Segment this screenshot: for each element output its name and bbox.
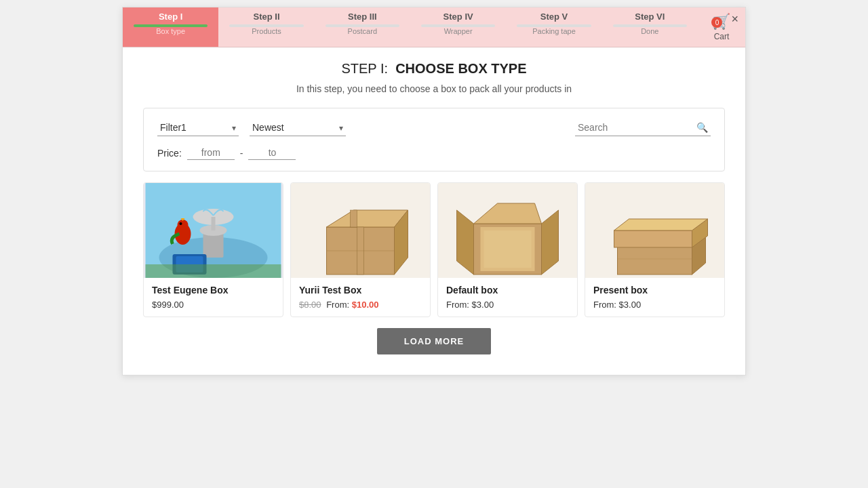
sort-select[interactable]: Newest Oldest Price: Low to High Price: … [250, 119, 346, 136]
svg-marker-14 [327, 210, 408, 227]
page-title: STEP I: CHOOSE BOX TYPE [143, 61, 725, 77]
sort-wrapper[interactable]: Newest Oldest Price: Low to High Price: … [250, 119, 346, 136]
svg-marker-21 [457, 210, 474, 274]
svg-marker-30 [614, 219, 708, 230]
product-name-3: Default box [446, 285, 569, 296]
modal: × Step I Box type Step II Products Step … [122, 7, 746, 375]
step-2-label: Step II [224, 12, 309, 22]
product-image-2 [291, 183, 430, 278]
product-name-4: Present box [593, 285, 716, 296]
product-image-1 [144, 183, 283, 278]
product-price-sale-2: $10.00 [352, 300, 379, 310]
product-price-4: From: $3.00 [593, 300, 716, 310]
step-1-sublabel: Box type [128, 27, 213, 35]
product-price-3: From: $3.00 [446, 300, 569, 310]
product-card-3[interactable]: Default box From: $3.00 [437, 182, 578, 317]
svg-point-7 [178, 220, 189, 230]
step-2[interactable]: Step II Products [218, 7, 314, 47]
step-5-sublabel: Packing tape [511, 27, 596, 35]
search-input[interactable] [578, 122, 696, 133]
content-area: STEP I: CHOOSE BOX TYPE In this step, yo… [123, 47, 745, 375]
filter-row: Filter1 Filter2 Filter3 Newest Oldest Pr… [157, 119, 711, 136]
product-price-original-2: $8.00 [299, 300, 321, 310]
load-more-button[interactable]: LOAD MORE [377, 328, 491, 354]
svg-rect-12 [146, 264, 281, 278]
price-to-input[interactable] [248, 146, 296, 160]
product-card-1[interactable]: Test Eugene Box $999.00 [143, 182, 283, 317]
svg-marker-23 [474, 203, 542, 224]
step-5[interactable]: Step V Packing tape [506, 7, 601, 47]
svg-rect-24 [484, 230, 532, 268]
svg-rect-5 [212, 217, 216, 230]
product-price-1: $999.00 [152, 300, 275, 310]
svg-rect-16 [351, 210, 357, 227]
product-name-1: Test Eugene Box [152, 285, 275, 296]
product-info-4: Present box From: $3.00 [585, 278, 724, 317]
step-6[interactable]: Step VI Done [602, 7, 698, 47]
price-label: Price: [157, 148, 182, 159]
step-4-sublabel: Wrapper [416, 27, 500, 35]
product-card-4[interactable]: Present box From: $3.00 [585, 182, 725, 317]
page-description: In this step, you need to choose a box t… [143, 83, 725, 94]
product-image-4 [585, 183, 724, 278]
product-info-1: Test Eugene Box $999.00 [144, 278, 283, 317]
product-price-value-4: $3.00 [619, 300, 642, 310]
step-6-sublabel: Done [608, 27, 692, 35]
step-3-sublabel: Postcard [320, 27, 405, 35]
page-title-text: CHOOSE BOX TYPE [395, 61, 526, 76]
product-price-from-label-4: From: [593, 300, 616, 310]
cart-area[interactable]: 🛒 0 Cart [698, 7, 745, 47]
product-price-value-3: $3.00 [472, 300, 494, 310]
stepper: Step I Box type Step II Products Step II… [123, 7, 745, 47]
load-more-area: LOAD MORE [143, 328, 725, 361]
search-box: 🔍 [575, 119, 711, 136]
step-3-label: Step III [320, 12, 405, 22]
filter1-select[interactable]: Filter1 Filter2 Filter3 [157, 119, 239, 136]
product-image-3 [438, 183, 577, 278]
step-4-label: Step IV [416, 12, 500, 22]
step-4[interactable]: Step IV Wrapper [410, 7, 506, 47]
products-grid: Test Eugene Box $999.00 [143, 182, 725, 317]
step-2-sublabel: Products [224, 27, 309, 35]
svg-rect-28 [614, 230, 692, 247]
filter-area: Filter1 Filter2 Filter3 Newest Oldest Pr… [143, 108, 725, 171]
product-price-from-label-2: From: [326, 300, 349, 310]
product-price-2: $8.00 From: $10.00 [299, 300, 422, 310]
product-info-2: Yurii Test Box $8.00 From: $10.00 [291, 278, 430, 317]
price-from-input[interactable] [187, 146, 235, 160]
product-price-from-label-3: From: [446, 300, 469, 310]
svg-rect-25 [618, 244, 692, 274]
search-icon: 🔍 [696, 122, 708, 133]
svg-point-9 [180, 222, 182, 225]
step-1-label: Step I [128, 12, 213, 22]
price-separator: - [240, 148, 243, 159]
price-row: Price: - [157, 146, 711, 160]
step-prefix: STEP I: [341, 61, 388, 76]
modal-overlay: × Step I Box type Step II Products Step … [0, 0, 868, 488]
product-card-2[interactable]: Yurii Test Box $8.00 From: $10.00 [290, 182, 431, 317]
filter1-wrapper[interactable]: Filter1 Filter2 Filter3 [157, 119, 239, 136]
step-3[interactable]: Step III Postcard [315, 7, 410, 47]
product-name-2: Yurii Test Box [299, 285, 422, 296]
step-6-label: Step VI [608, 12, 692, 22]
svg-marker-22 [542, 210, 559, 274]
step-1[interactable]: Step I Box type [123, 7, 218, 47]
product-info-3: Default box From: $3.00 [438, 278, 577, 317]
step-5-label: Step V [511, 12, 596, 22]
cart-label: Cart [714, 32, 730, 41]
product-price-value-1: $999.00 [152, 300, 184, 310]
